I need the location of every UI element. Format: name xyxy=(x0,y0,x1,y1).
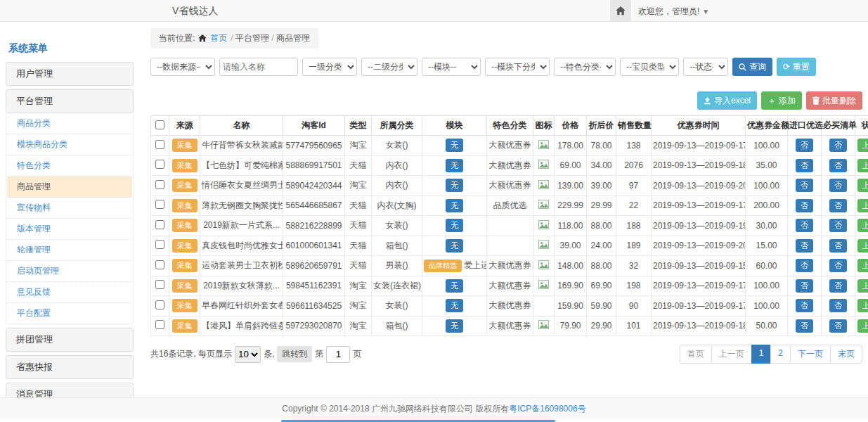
per-page-select[interactable]: 10 xyxy=(235,346,261,363)
import-icon xyxy=(704,97,711,105)
jump-button[interactable]: 跳转到 xyxy=(277,346,312,362)
status-badge[interactable]: 上架 xyxy=(857,179,868,192)
product-name: 早春网红针织外套女春... xyxy=(200,296,283,316)
add-button[interactable]: ＋ 添加 xyxy=(761,91,802,110)
import-pick-badge[interactable]: 否 xyxy=(796,219,813,232)
sidebar-item[interactable]: 宣传物料 xyxy=(7,198,132,219)
sidebar-item[interactable]: 商品管理 xyxy=(7,177,132,198)
breadcrumb-home-link[interactable]: 首页 xyxy=(210,32,227,44)
feature-category: 大额优惠券 xyxy=(487,256,533,276)
sidebar-item[interactable]: 启动页管理 xyxy=(7,261,132,282)
row-checkbox[interactable] xyxy=(155,200,164,209)
status-badge[interactable]: 上架 xyxy=(857,259,868,272)
import-pick-badge[interactable]: 否 xyxy=(796,259,813,272)
sidebar-section-header[interactable]: 省惠快报 xyxy=(6,355,134,379)
page-button[interactable]: 2 xyxy=(770,345,791,364)
row-select-cell xyxy=(151,196,169,216)
import-pick-badge[interactable]: 否 xyxy=(796,199,813,212)
row-checkbox[interactable] xyxy=(155,180,164,189)
batch-delete-button[interactable]: 批量删除 xyxy=(806,91,862,110)
must-buy-badge[interactable]: 否 xyxy=(829,279,847,293)
status-badge[interactable]: 上架 xyxy=(857,159,868,172)
status-badge[interactable]: 上架 xyxy=(857,299,868,312)
sidebar-item[interactable]: 意见反馈 xyxy=(7,282,132,303)
sidebar-section-header[interactable]: 消息管理 xyxy=(6,383,134,397)
must-buy-badge[interactable]: 否 xyxy=(829,319,847,333)
page-button[interactable]: 首页 xyxy=(680,345,712,364)
row-checkbox[interactable] xyxy=(155,300,164,309)
search-button[interactable]: 查询 xyxy=(732,58,772,76)
level1-category-filter[interactable]: 一级分类 xyxy=(302,58,357,76)
sidebar-section-header[interactable]: 用户管理 xyxy=(6,62,134,86)
must-buy-badge[interactable]: 否 xyxy=(829,259,847,272)
row-checkbox[interactable] xyxy=(155,320,164,329)
import-pick-badge[interactable]: 否 xyxy=(796,319,813,333)
must-buy-badge[interactable]: 否 xyxy=(829,179,847,192)
must-buy-badge[interactable]: 否 xyxy=(829,139,847,152)
page-button[interactable]: 下一页 xyxy=(790,345,831,364)
select-all-checkbox[interactable] xyxy=(155,120,164,129)
sidebar-item[interactable]: 平台配置 xyxy=(7,303,132,324)
status-badge[interactable]: 上架 xyxy=(857,139,868,152)
sidebar-item[interactable]: 商品分类 xyxy=(7,113,132,134)
must-buy-badge[interactable]: 否 xyxy=(829,199,847,212)
home-nav-button[interactable] xyxy=(610,0,631,21)
row-checkbox[interactable] xyxy=(155,220,164,229)
feature-category: 品质优选 xyxy=(487,196,533,216)
import-pick-cell: 否 xyxy=(788,256,822,276)
row-checkbox[interactable] xyxy=(155,260,164,269)
name-search-input[interactable] xyxy=(219,58,298,76)
sidebar-item[interactable]: 特色分类 xyxy=(7,155,132,177)
image-icon xyxy=(538,140,549,149)
feature-category-filter[interactable]: --特色分类-- xyxy=(554,58,616,76)
taoke-id: 588869917501 xyxy=(283,155,345,176)
row-checkbox[interactable] xyxy=(155,280,164,289)
page-button[interactable]: 末页 xyxy=(830,345,862,364)
feature-category xyxy=(487,236,533,256)
sidebar-item[interactable]: 轮播管理 xyxy=(7,240,132,261)
page-button[interactable]: 上一页 xyxy=(711,345,752,364)
import-pick-badge[interactable]: 否 xyxy=(796,239,813,252)
sidebar-item[interactable]: 版本管理 xyxy=(7,219,132,240)
must-buy-badge[interactable]: 否 xyxy=(829,159,847,172)
item-type-filter[interactable]: --宝贝类型-- xyxy=(620,58,679,76)
sidebar-section-header[interactable]: 拼团管理 xyxy=(6,328,134,352)
status-filter[interactable]: --状态-- xyxy=(683,58,728,76)
import-pick-badge[interactable]: 否 xyxy=(796,279,813,293)
sidebar-section-header[interactable]: 平台管理 xyxy=(6,89,134,113)
image-icon xyxy=(538,280,549,289)
page-number-input[interactable] xyxy=(326,346,350,363)
row-checkbox[interactable] xyxy=(155,240,164,249)
source-cell: 采集 xyxy=(169,196,200,216)
module-filter[interactable]: --模块-- xyxy=(422,58,481,76)
status-badge[interactable]: 上架 xyxy=(857,199,868,212)
module-cell: 无 xyxy=(422,236,487,256)
import-pick-badge[interactable]: 否 xyxy=(796,159,813,172)
icp-link[interactable]: 粤ICP备16098006号 xyxy=(509,403,585,415)
breadcrumb: 当前位置: 首页 / 平台管理 / 商品管理 xyxy=(150,28,318,49)
sidebar-item[interactable]: 模块商品分类 xyxy=(7,134,132,155)
import-pick-badge[interactable]: 否 xyxy=(796,179,813,192)
level2-category-filter[interactable]: --二级分类-- xyxy=(361,58,417,76)
status-badge[interactable]: 上架 xyxy=(857,319,868,333)
action-toolbar: 导入excel ＋ 添加 批量删除 xyxy=(150,91,862,110)
import-pick-badge[interactable]: 否 xyxy=(796,299,813,312)
must-buy-badge[interactable]: 否 xyxy=(829,219,847,232)
products-table: 来源名称淘客Id类型所属分类模块特色分类图标价格折后价销售数量优惠券时间优惠券金… xyxy=(150,115,868,336)
table-row: 采集【港风】单肩斜跨链条...597293020870淘宝箱包()无大额优惠券7… xyxy=(151,316,868,336)
feature-category: 大额优惠券 xyxy=(487,276,533,296)
must-buy-badge[interactable]: 否 xyxy=(829,299,847,312)
status-badge[interactable]: 上架 xyxy=(857,279,868,293)
user-menu[interactable]: 欢迎您，管理员!▼ xyxy=(638,6,709,18)
row-checkbox[interactable] xyxy=(155,160,164,169)
import-pick-badge[interactable]: 否 xyxy=(796,139,813,152)
status-badge[interactable]: 上架 xyxy=(857,239,868,252)
import-excel-button[interactable]: 导入excel xyxy=(697,91,757,110)
status-badge[interactable]: 上架 xyxy=(857,219,868,232)
must-buy-badge[interactable]: 否 xyxy=(829,239,847,252)
page-button[interactable]: 1 xyxy=(751,345,772,364)
row-checkbox[interactable] xyxy=(155,140,164,149)
reset-button[interactable]: ⟳重置 xyxy=(777,58,816,76)
source-filter[interactable]: --数据来源-- xyxy=(150,58,215,76)
module-subcategory-filter[interactable]: --模块下分类-- xyxy=(485,58,550,76)
